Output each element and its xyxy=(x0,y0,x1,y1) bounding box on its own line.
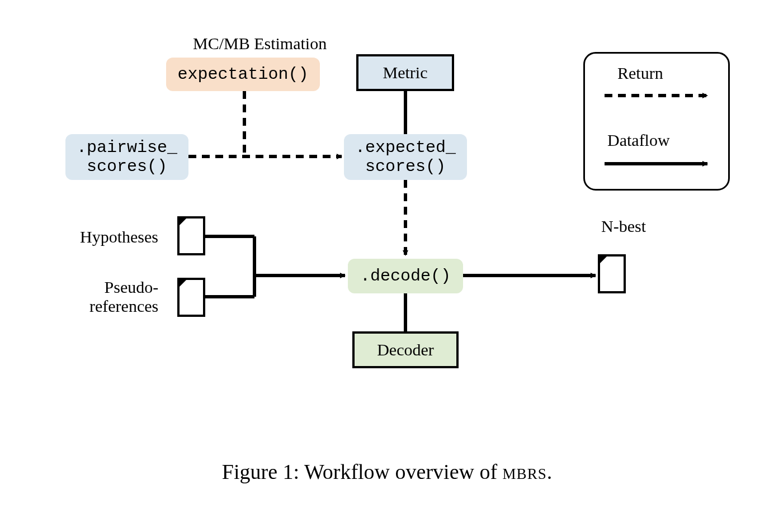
workflow-diagram: MC/MB Estimation expectation() Metric .p… xyxy=(42,42,730,422)
nbest-doc-icon xyxy=(599,255,625,292)
caption-name: mbrs xyxy=(503,460,547,483)
hypotheses-doc-icon xyxy=(178,217,204,254)
diagram-svg xyxy=(42,42,730,422)
pseudo-doc-icon xyxy=(178,279,204,316)
caption-prefix: Figure 1: Workflow overview of xyxy=(222,460,503,483)
figure-caption: Figure 1: Workflow overview of mbrs. xyxy=(0,459,774,484)
caption-suffix: . xyxy=(547,460,553,483)
